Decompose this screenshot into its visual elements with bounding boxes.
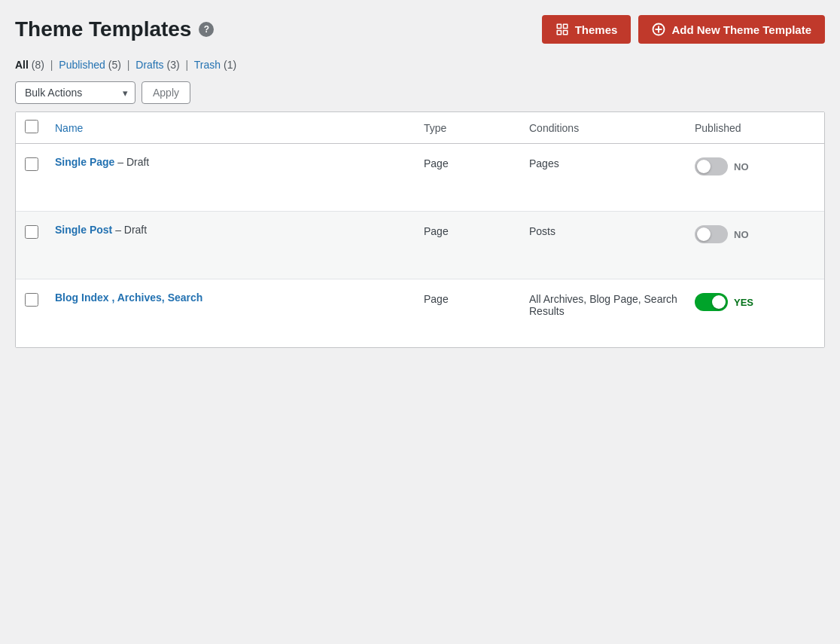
- published-toggle[interactable]: [695, 293, 728, 311]
- row-checkbox-cell: [25, 156, 55, 173]
- row-checkbox-cell: [25, 224, 55, 241]
- svg-rect-2: [563, 31, 567, 35]
- svg-rect-3: [557, 31, 561, 35]
- toggle-knob: [712, 295, 726, 309]
- col-header-name[interactable]: Name: [55, 122, 424, 134]
- row-name: Blog Index , Archives, Search: [55, 291, 424, 304]
- add-new-button[interactable]: Add New Theme Template: [638, 15, 825, 44]
- filter-all-count: (8): [32, 59, 44, 71]
- col-header-published: Published: [695, 122, 815, 134]
- published-label: NO: [734, 161, 749, 172]
- col-header-conditions: Conditions: [529, 122, 695, 134]
- themes-button-label: Themes: [575, 23, 618, 36]
- row-name: Single Post – Draft: [55, 224, 424, 236]
- row-published: NO: [695, 156, 815, 175]
- filter-all[interactable]: All: [15, 59, 29, 71]
- toggle-knob: [697, 227, 711, 241]
- svg-rect-1: [563, 24, 567, 28]
- row-type: Page: [424, 156, 529, 169]
- row-conditions: Posts: [529, 224, 695, 237]
- svg-rect-0: [557, 24, 561, 28]
- row-name-link[interactable]: Blog Index , Archives, Search: [55, 291, 202, 304]
- bulk-select-wrap: Bulk Actions Delete: [15, 81, 135, 104]
- add-icon: [652, 23, 665, 36]
- table-row: Single Page – Draft Page Pages NO: [16, 144, 824, 212]
- row-name: Single Page – Draft: [55, 156, 424, 168]
- row-checkbox-cell: [25, 291, 55, 309]
- row-name-suffix: – Draft: [115, 224, 147, 236]
- row-checkbox[interactable]: [25, 225, 38, 239]
- table-row: Single Post – Draft Page Posts NO: [16, 212, 824, 279]
- add-button-label: Add New Theme Template: [671, 23, 811, 36]
- col-header-type: Type: [424, 122, 529, 134]
- published-label: NO: [734, 229, 749, 240]
- title-area: Theme Templates ?: [15, 17, 214, 41]
- toolbar: Bulk Actions Delete Apply: [15, 81, 825, 104]
- themes-icon: [555, 23, 569, 36]
- header-buttons: Themes Add New Theme Template: [542, 15, 825, 44]
- filter-nav: All (8) | Published (5) | Drafts (3) | T…: [15, 59, 825, 71]
- page-header: Theme Templates ? Themes Add New T: [15, 15, 825, 44]
- header-checkbox-cell: [25, 120, 55, 136]
- filter-drafts[interactable]: Drafts: [135, 59, 163, 71]
- filter-published[interactable]: Published: [59, 59, 105, 71]
- bulk-actions-select[interactable]: Bulk Actions Delete: [15, 81, 135, 104]
- published-toggle[interactable]: [695, 157, 728, 175]
- apply-button[interactable]: Apply: [142, 81, 190, 104]
- filter-trash-count: (1): [224, 59, 236, 71]
- table-header-row: Name Type Conditions Published: [16, 112, 824, 144]
- row-type: Page: [424, 224, 529, 237]
- filter-drafts-count: (3): [167, 59, 180, 71]
- row-checkbox[interactable]: [25, 157, 38, 171]
- page-title: Theme Templates: [15, 17, 191, 41]
- row-published: YES: [695, 291, 815, 311]
- row-published: NO: [695, 224, 815, 243]
- row-name-link[interactable]: Single Post: [55, 224, 112, 236]
- row-type: Page: [424, 291, 529, 305]
- filter-trash[interactable]: Trash: [194, 59, 221, 71]
- published-label: YES: [734, 297, 753, 308]
- row-name-suffix: – Draft: [117, 156, 149, 168]
- themes-button[interactable]: Themes: [542, 15, 632, 44]
- templates-table: Name Type Conditions Published Single Pa…: [15, 111, 825, 348]
- select-all-checkbox[interactable]: [25, 120, 38, 133]
- help-icon[interactable]: ?: [199, 22, 214, 37]
- page-wrap: Theme Templates ? Themes Add New T: [0, 0, 840, 644]
- table-row: Blog Index , Archives, Search Page All A…: [16, 279, 824, 347]
- row-conditions: All Archives, Blog Page, Search Results: [529, 291, 695, 317]
- toggle-knob: [697, 160, 711, 173]
- published-toggle[interactable]: [695, 225, 728, 243]
- row-conditions: Pages: [529, 156, 695, 169]
- filter-published-count: (5): [108, 59, 121, 71]
- row-name-link[interactable]: Single Page: [55, 156, 114, 168]
- row-checkbox[interactable]: [25, 293, 38, 307]
